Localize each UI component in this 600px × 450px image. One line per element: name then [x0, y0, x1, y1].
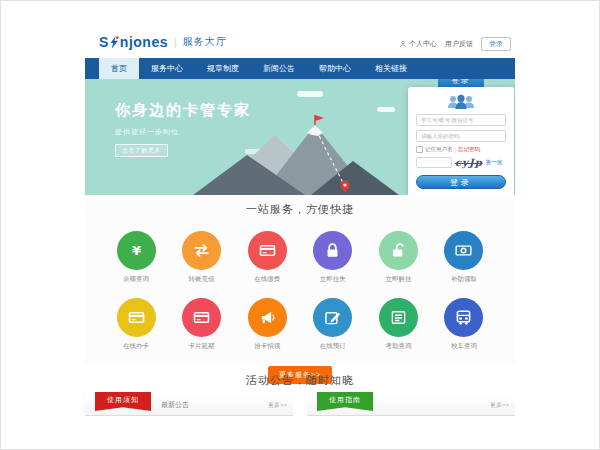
- service-circle: [117, 298, 156, 337]
- announcements-title: 活动公告，随时知晓: [85, 366, 515, 388]
- tab-usage-guide[interactable]: 使用指南: [317, 392, 373, 411]
- hero-banner: 你身边的卡管专家 提供捷径一步到位 点击了解更多 登录: [85, 79, 515, 195]
- logo[interactable]: S njones | 服务大厅: [99, 34, 227, 50]
- tab-usage-notice[interactable]: 使用须知: [95, 392, 151, 411]
- nav-item-service-center[interactable]: 服务中心: [139, 58, 195, 79]
- edit-icon: [322, 307, 343, 328]
- username-input[interactable]: [416, 114, 506, 126]
- services-row-2: 在线办卡 卡片延期 拾卡招领 在线预订 考勤查询 校车查询: [85, 298, 515, 351]
- logo-suffix: njones: [120, 34, 168, 50]
- service-label: 立即挂失: [308, 275, 358, 284]
- banknote-icon: [453, 240, 474, 261]
- card-icon: [257, 240, 278, 261]
- nav-item-home[interactable]: 首页: [99, 58, 139, 79]
- captcha-image[interactable]: cyJp: [455, 157, 483, 168]
- user-feedback-label: 用户反馈: [445, 39, 473, 49]
- password-input[interactable]: [416, 130, 506, 142]
- personal-center-link[interactable]: 个人中心: [399, 39, 437, 49]
- login-options: 记住用户名 | 忘记密码: [416, 146, 506, 153]
- hero-text: 你身边的卡管专家 提供捷径一步到位 点击了解更多: [115, 101, 251, 157]
- hero-title: 你身边的卡管专家: [115, 101, 251, 120]
- header-user-area: 个人中心 用户反馈 登录: [399, 37, 511, 51]
- service-item[interactable]: 余额查询: [111, 231, 161, 284]
- users-icon: [446, 93, 476, 110]
- service-circle: [248, 298, 287, 337]
- services-title: 一站服务，方便快捷: [85, 195, 515, 217]
- login-submit-button[interactable]: 登录: [416, 175, 506, 189]
- logo-text: S njones: [99, 34, 168, 50]
- captcha-row: cyJp 换一张: [416, 157, 506, 168]
- service-circle: [182, 298, 221, 337]
- cloud-shape: [297, 91, 323, 97]
- service-label: 立即解挂: [373, 275, 423, 284]
- service-circle: [248, 231, 287, 270]
- hero-subtitle: 提供捷径一步到位: [115, 127, 251, 137]
- announcement-column-notice: 使用须知 最新公告 更多>>: [85, 395, 293, 416]
- nav-item-related-links[interactable]: 相关链接: [363, 58, 419, 79]
- hero-cta-button[interactable]: 点击了解更多: [115, 144, 168, 157]
- yuan-icon: [126, 240, 147, 261]
- announcement-column-guide: 使用指南 更多>>: [307, 395, 515, 416]
- service-item[interactable]: 考勤查询: [373, 298, 423, 351]
- card-icon: [126, 307, 147, 328]
- service-item[interactable]: 在线办卡: [111, 298, 161, 351]
- bus-icon: [453, 307, 474, 328]
- announcement-tabs: 使用须知 最新公告 更多>> 使用指南 更多>>: [85, 395, 515, 416]
- logo-bolt-icon: [110, 36, 119, 49]
- cloud-shape: [377, 107, 395, 112]
- nav-item-rules[interactable]: 规章制度: [195, 58, 251, 79]
- captcha-refresh-link[interactable]: 换一张: [486, 159, 503, 166]
- service-label: 考勤查询: [373, 342, 423, 351]
- service-circle: [444, 231, 483, 270]
- login-card: 记住用户名 | 忘记密码 cyJp 换一张 登录: [408, 87, 514, 195]
- service-item[interactable]: 在线预订: [308, 298, 358, 351]
- nav-item-news[interactable]: 新闻公告: [251, 58, 307, 79]
- service-label: 在线办卡: [111, 342, 161, 351]
- login-tab[interactable]: 登录: [438, 79, 484, 87]
- top-header: S njones | 服务大厅 个人中心 用户反馈 登录: [85, 30, 515, 58]
- service-label: 补助领取: [439, 275, 489, 284]
- services-section: 一站服务，方便快捷 余额查询 转账充值 在线缴费 立即挂失 立即解挂: [85, 195, 515, 365]
- service-item[interactable]: 校车查询: [439, 298, 489, 351]
- captcha-input[interactable]: [416, 157, 452, 168]
- service-item[interactable]: 转账充值: [177, 231, 227, 284]
- unlock-icon: [388, 240, 409, 261]
- lock-icon: [322, 240, 343, 261]
- page-content: S njones | 服务大厅 个人中心 用户反馈 登录: [85, 0, 515, 450]
- main-nav: 首页 服务中心 规章制度 新闻公告 帮助中心 相关链接: [85, 58, 515, 79]
- service-item[interactable]: 在线缴费: [242, 231, 292, 284]
- forgot-password-link[interactable]: 忘记密码: [458, 146, 480, 153]
- service-circle: [313, 231, 352, 270]
- card-icon: [191, 307, 212, 328]
- service-label: 校车查询: [439, 342, 489, 351]
- logo-prefix: S: [99, 34, 109, 50]
- service-item[interactable]: 立即解挂: [373, 231, 423, 284]
- more-link-guide[interactable]: 更多>>: [490, 395, 509, 415]
- service-item[interactable]: 补助领取: [439, 231, 489, 284]
- remember-checkbox[interactable]: [416, 146, 423, 153]
- megaphone-icon: [257, 307, 278, 328]
- service-label: 转账充值: [177, 275, 227, 284]
- service-label: 在线缴费: [242, 275, 292, 284]
- service-item[interactable]: 拾卡招领: [242, 298, 292, 351]
- service-circle: [379, 298, 418, 337]
- services-row-1: 余额查询 转账充值 在线缴费 立即挂失 立即解挂 补助领取: [85, 231, 515, 284]
- more-link-notice[interactable]: 更多>>: [268, 395, 287, 415]
- service-label: 余额查询: [111, 275, 161, 284]
- service-circle: [379, 231, 418, 270]
- header-login-button[interactable]: 登录: [481, 37, 511, 51]
- list-icon: [388, 307, 409, 328]
- logo-divider: |: [174, 36, 177, 48]
- latest-announcements-link[interactable]: 最新公告: [161, 395, 189, 415]
- nav-item-help-center[interactable]: 帮助中心: [307, 58, 363, 79]
- service-circle: [182, 231, 221, 270]
- service-item[interactable]: 卡片延期: [177, 298, 227, 351]
- page-frame: S njones | 服务大厅 个人中心 用户反馈 登录: [0, 0, 600, 450]
- site-name: 服务大厅: [183, 35, 227, 49]
- announcements-section: 活动公告，随时知晓 使用须知 最新公告 更多>> 使用指南 更多>>: [85, 366, 515, 416]
- service-circle: [313, 298, 352, 337]
- remember-label: 记住用户名: [425, 146, 453, 153]
- user-feedback-link[interactable]: 用户反馈: [445, 39, 473, 49]
- person-icon: [399, 40, 407, 48]
- service-item[interactable]: 立即挂失: [308, 231, 358, 284]
